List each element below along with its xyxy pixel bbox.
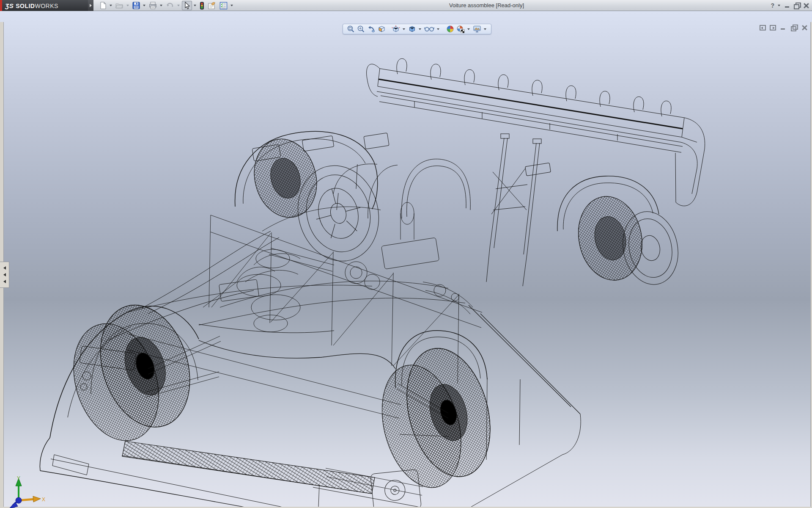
close-button[interactable] xyxy=(803,3,809,8)
pane-right-button[interactable] xyxy=(770,25,776,30)
print-button[interactable] xyxy=(148,1,158,10)
note-edit-icon xyxy=(208,2,216,10)
dropdown-arrow-icon[interactable] xyxy=(230,5,233,6)
triad-x-label: X xyxy=(42,497,45,502)
traffic-light-button[interactable] xyxy=(198,1,206,10)
restore-button[interactable] xyxy=(793,3,800,8)
new-document-button[interactable] xyxy=(98,1,108,10)
select-tool-button[interactable] xyxy=(182,1,192,10)
eyeglasses-icon xyxy=(424,25,434,33)
logo-glyph: ƷS xyxy=(5,2,14,9)
minimize-button[interactable] xyxy=(784,3,791,8)
window-controls: ? xyxy=(771,0,809,11)
document-window-controls xyxy=(760,25,808,30)
menu-expand-button[interactable] xyxy=(88,0,93,11)
edit-appearance-button[interactable] xyxy=(446,25,455,33)
print-icon xyxy=(149,2,157,9)
zoom-to-fit-button[interactable] xyxy=(346,25,355,33)
dropdown-arrow-icon[interactable] xyxy=(194,5,196,6)
front-left-wheel xyxy=(57,293,221,452)
triad-y-label: Y xyxy=(17,475,20,481)
display-style-icon xyxy=(408,25,416,33)
front-right-wheel xyxy=(246,132,389,271)
rear-left-wheel xyxy=(367,339,505,497)
section-view-icon xyxy=(378,25,386,33)
chevron-right-icon xyxy=(90,4,92,7)
document-restore-button[interactable] xyxy=(790,25,797,30)
dropdown-arrow-icon[interactable] xyxy=(437,28,439,30)
help-button[interactable]: ? xyxy=(771,2,774,9)
zoom-to-area-button[interactable] xyxy=(357,25,365,33)
wireframe-car-model xyxy=(0,22,812,508)
main-toolbar xyxy=(98,0,234,11)
new-document-icon xyxy=(99,2,107,9)
dropdown-arrow-icon[interactable] xyxy=(484,28,486,30)
appearance-sphere-icon xyxy=(446,25,454,33)
options-checklist-icon xyxy=(219,2,228,10)
title-bar: ƷSSOLIDWORKS Voiture assomblee xyxy=(0,0,812,11)
previous-view-icon xyxy=(367,25,376,33)
triangle-right-icon xyxy=(773,27,775,29)
dropdown-arrow-icon[interactable] xyxy=(467,28,470,30)
traffic-light-icon xyxy=(200,2,204,10)
zoom-to-area-icon xyxy=(357,25,365,33)
dropdown-arrow-icon[interactable] xyxy=(419,28,421,30)
window-title: Voiture assomblee [Read-only] xyxy=(449,0,524,11)
open-folder-icon xyxy=(115,2,123,9)
dropdown-arrow-icon[interactable] xyxy=(778,5,780,6)
headsup-view-toolbar xyxy=(343,24,491,34)
graphics-viewport[interactable]: Y X Z *Dimetric xyxy=(0,11,812,508)
logo-accent-stripe xyxy=(0,0,2,11)
undo-icon xyxy=(166,2,174,9)
save-button[interactable] xyxy=(131,1,141,10)
apply-scene-button[interactable] xyxy=(456,25,465,33)
rear-wing xyxy=(367,58,705,286)
dropdown-arrow-icon[interactable] xyxy=(143,5,145,6)
dropdown-arrow-icon[interactable] xyxy=(177,5,180,6)
view-orientation-button[interactable] xyxy=(391,25,401,33)
solidworks-logo: ƷSSOLIDWORKS xyxy=(0,0,88,11)
undo-button[interactable] xyxy=(165,1,176,10)
right-window-frame xyxy=(810,22,812,508)
logo-text: ƷSSOLIDWORKS xyxy=(5,2,58,9)
view-settings-button[interactable] xyxy=(472,25,482,33)
reference-triad: Y X Z xyxy=(4,475,47,508)
select-cursor-icon xyxy=(183,2,191,10)
triangle-left-icon xyxy=(761,27,763,29)
pane-left-button[interactable] xyxy=(760,25,766,30)
rear-right-wheel xyxy=(571,190,685,290)
note-edit-button[interactable] xyxy=(206,1,217,10)
document-close-button[interactable] xyxy=(801,25,808,30)
triangle-left-icon xyxy=(3,280,6,283)
apply-scene-icon xyxy=(456,25,465,33)
dropdown-arrow-icon[interactable] xyxy=(403,28,405,30)
view-settings-icon xyxy=(473,25,481,33)
zoom-to-fit-icon xyxy=(347,25,355,33)
section-view-button[interactable] xyxy=(377,25,386,33)
open-button[interactable] xyxy=(114,1,125,10)
triangle-left-icon xyxy=(3,266,6,270)
save-icon xyxy=(132,2,140,9)
feature-panel-collapse-tab[interactable] xyxy=(0,262,9,288)
display-style-button[interactable] xyxy=(408,25,417,33)
document-minimize-button[interactable] xyxy=(780,25,787,30)
view-orientation-icon xyxy=(392,25,400,33)
dropdown-arrow-icon[interactable] xyxy=(160,5,162,6)
triangle-left-icon xyxy=(3,273,6,276)
dropdown-arrow-icon[interactable] xyxy=(110,5,112,6)
options-checklist-button[interactable] xyxy=(218,1,229,10)
hide-show-items-button[interactable] xyxy=(424,25,435,33)
previous-view-button[interactable] xyxy=(367,25,376,33)
dropdown-arrow-icon[interactable] xyxy=(126,5,129,6)
